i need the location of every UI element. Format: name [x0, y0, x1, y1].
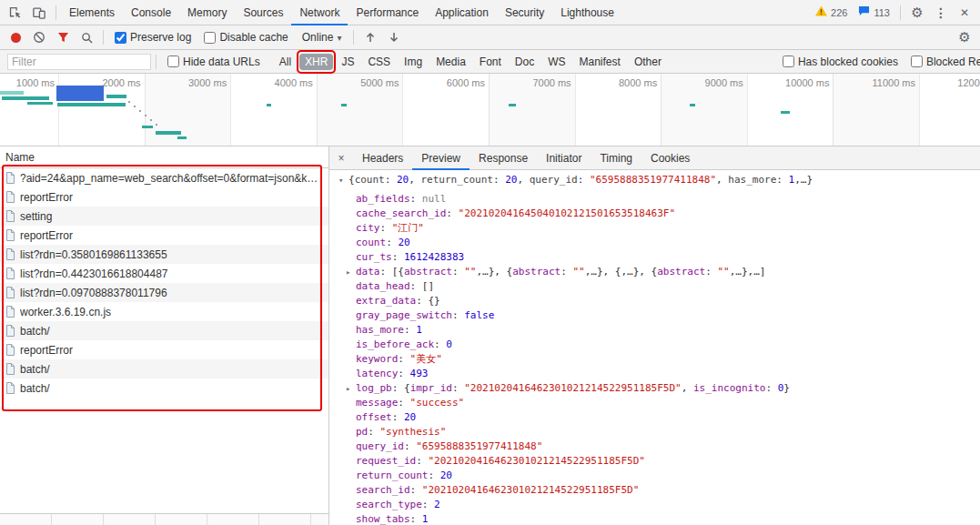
request-row[interactable]: list?rdn=0.4423016618804487 [0, 264, 328, 283]
json-summary-key: query_id [530, 174, 578, 186]
divider [56, 5, 56, 20]
has-blocked-cookies-checkbox[interactable] [783, 56, 794, 67]
filter-input[interactable] [7, 54, 151, 70]
filter-type-all[interactable]: All [274, 54, 297, 70]
clear-button[interactable] [27, 26, 51, 48]
name-column-header[interactable]: Name [0, 146, 328, 168]
preview-line: has_more: 1 [338, 323, 980, 338]
json-punctuation: {} [428, 295, 439, 307]
tab-memory[interactable]: Memory [179, 0, 235, 25]
preview-line: cur_ts: 1612428383 [338, 250, 980, 265]
tab-console[interactable]: Console [123, 0, 179, 25]
request-row[interactable]: worker.3.6.19.cn.js [0, 302, 328, 321]
json-number: 1612428383 [404, 251, 464, 263]
expander-icon[interactable]: ▸ [346, 265, 356, 279]
json-punctuation: : [386, 237, 398, 248]
network-settings-gear-icon[interactable]: ⚙ [953, 26, 976, 48]
search-icon[interactable] [75, 26, 98, 48]
filter-type-css[interactable]: CSS [362, 54, 396, 70]
request-row[interactable]: batch/ [0, 379, 328, 398]
request-row[interactable]: reportError [0, 226, 328, 245]
request-row[interactable]: setting [0, 207, 328, 226]
inspect-element-icon[interactable] [4, 2, 27, 24]
timeline-activity-bar [0, 91, 24, 95]
warnings-badge[interactable]: 226 [815, 5, 847, 19]
document-icon [5, 210, 15, 222]
json-key: abstract [657, 266, 705, 278]
tab-elements[interactable]: Elements [61, 0, 123, 25]
issues-badge[interactable]: 113 [858, 5, 890, 19]
settings-gear-icon[interactable]: ⚙ [905, 2, 929, 24]
kebab-menu-icon[interactable]: ⋮ [929, 2, 953, 24]
throttling-select[interactable]: Online ▾ [302, 31, 342, 44]
export-har-icon[interactable] [382, 26, 406, 48]
device-toolbar-icon[interactable] [27, 2, 51, 24]
detail-tab-timing[interactable]: Timing [591, 146, 642, 170]
request-row[interactable]: batch/ [0, 321, 328, 340]
timeline-activity-bar [139, 110, 141, 112]
request-row[interactable]: batch/ [0, 359, 328, 379]
filter-type-doc[interactable]: Doc [510, 54, 540, 70]
disable-cache-checkbox[interactable] [204, 32, 216, 44]
request-row[interactable]: reportError [0, 340, 328, 359]
requests-panel: Name ?aid=24&app_name=web_search&offset=… [0, 146, 329, 525]
detail-tab-cookies[interactable]: Cookies [642, 146, 699, 170]
import-har-icon[interactable] [359, 26, 382, 48]
detail-tab-initiator[interactable]: Initiator [537, 146, 591, 170]
timeline-tick-label: 1000 ms [16, 77, 55, 88]
disable-cache-toggle[interactable]: Disable cache [204, 31, 288, 44]
filter-type-js[interactable]: JS [336, 54, 359, 70]
network-overview-timeline[interactable]: 1000 ms2000 ms3000 ms4000 ms5000 ms6000 … [0, 74, 980, 146]
preserve-log-checkbox[interactable] [115, 32, 126, 44]
network-toolbar: Preserve log Disable cache Online ▾ ⚙ [0, 25, 980, 50]
tab-network[interactable]: Network [291, 0, 348, 25]
expander-icon[interactable]: ▸ [346, 381, 356, 396]
detail-tab-preview[interactable]: Preview [412, 146, 470, 170]
preserve-log-toggle[interactable]: Preserve log [115, 31, 191, 44]
detail-tab-headers[interactable]: Headers [353, 146, 412, 170]
timeline-activity-bar [142, 126, 153, 128]
tab-performance[interactable]: Performance [348, 0, 427, 25]
filter-type-other[interactable]: Other [629, 54, 667, 70]
blocked-requests-checkbox[interactable] [911, 56, 923, 67]
filter-type-font[interactable]: Font [474, 54, 507, 70]
request-row[interactable]: list?rdn=0.0970888378011796 [0, 283, 328, 302]
close-detail-icon[interactable]: × [329, 152, 353, 165]
request-name: batch/ [20, 382, 50, 395]
json-punctuation: : [380, 222, 392, 234]
request-name: list?rdn=0.3580169861133655 [20, 248, 167, 261]
tab-sources[interactable]: Sources [235, 0, 291, 25]
document-icon [5, 363, 15, 375]
filter-toggle-icon[interactable] [51, 26, 75, 48]
filter-type-manifest[interactable]: Manifest [574, 54, 626, 70]
blocked-requests-toggle[interactable]: Blocked Requests [911, 56, 980, 68]
filter-type-media[interactable]: Media [430, 54, 471, 70]
json-punctuation: : [452, 266, 464, 278]
network-filter-bar: Hide data URLs AllXHRJSCSSImgMediaFontDo… [0, 50, 980, 74]
close-devtools-icon[interactable]: ✕ [953, 2, 976, 24]
request-row[interactable]: list?rdn=0.3580169861133655 [0, 245, 328, 264]
tab-lighthouse[interactable]: Lighthouse [552, 0, 622, 25]
timeline-gridline [58, 74, 59, 146]
filter-type-xhr[interactable]: XHR [299, 54, 333, 70]
detail-tab-response[interactable]: Response [470, 146, 537, 170]
json-key: gray_page_switch [356, 309, 452, 321]
tab-application[interactable]: Application [427, 0, 497, 25]
json-punctuation: : [446, 207, 458, 219]
filter-type-img[interactable]: Img [399, 54, 428, 70]
divider [353, 30, 354, 45]
json-boolean: false [464, 309, 494, 321]
hide-data-urls-checkbox[interactable] [167, 56, 179, 67]
record-button[interactable] [4, 26, 27, 48]
preview-line: offset: 20 [338, 410, 980, 425]
request-row[interactable]: ?aid=24&app_name=web_search&offset=0&for… [0, 168, 328, 187]
preview-line: search_type: 2 [338, 498, 980, 512]
timeline-tick-label: 6000 ms [447, 77, 485, 88]
tab-security[interactable]: Security [497, 0, 552, 25]
request-row[interactable]: reportError [0, 187, 328, 207]
has-blocked-cookies-toggle[interactable]: Has blocked cookies [783, 56, 898, 68]
json-key: is_before_ack [356, 338, 434, 350]
hide-data-urls-toggle[interactable]: Hide data URLs [167, 56, 260, 68]
filter-type-ws[interactable]: WS [542, 54, 571, 70]
expander-icon[interactable]: ▾ [338, 173, 349, 187]
